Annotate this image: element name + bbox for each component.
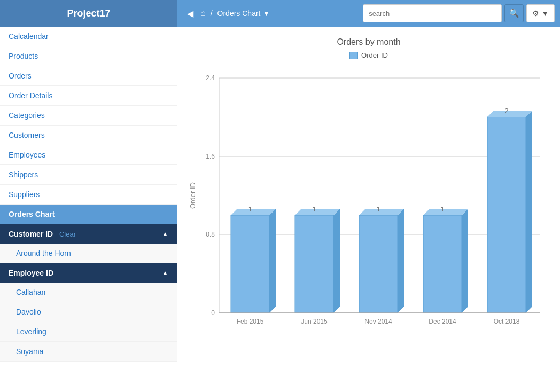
bar-feb-2015[interactable] [231,215,269,313]
chart-legend: Order ID [349,51,388,59]
settings-button[interactable]: ⚙ ▼ [526,4,555,22]
sidebar-subitem-around-the-horn[interactable]: Around the Horn [0,244,177,263]
main-layout: Calcalendar Products Orders Order Detail… [0,27,560,392]
employee-collapse-icon: ▲ [162,269,168,277]
customer-id-label: Customer ID Clear [9,230,76,238]
chart-content-area: Orders by month Order ID 0 0 [177,27,560,392]
svg-text:1: 1 [313,206,316,213]
breadcrumb-link[interactable]: Orders Chart ▼ [217,9,270,18]
bar-jun-2015-top [295,209,340,215]
bar-nov-2014[interactable] [359,215,398,313]
sidebar: Calcalendar Products Orders Order Detail… [0,27,177,392]
sidebar-item-suppliers[interactable]: Suppliers [0,185,177,205]
svg-text:2: 2 [505,107,509,115]
svg-text:Dec 2014: Dec 2014 [429,318,456,325]
sidebar-item-order-details[interactable]: Order Details [0,86,177,106]
breadcrumb-nav: ◀ ⌂ / Orders Chart ▼ [177,6,275,21]
sidebar-item-shippers[interactable]: Shippers [0,165,177,185]
app-title: Project17 [0,0,177,27]
bar-oct-2018[interactable] [487,117,526,313]
customer-id-section-header[interactable]: Customer ID Clear ▲ [0,224,177,244]
sidebar-item-products[interactable]: Products [0,46,177,66]
settings-dropdown-arrow: ▼ [541,9,549,18]
search-button[interactable]: 🔍 [504,4,524,22]
svg-text:Nov 2014: Nov 2014 [364,318,392,325]
sidebar-item-orders-chart[interactable]: Orders Chart [0,205,177,224]
sidebar-item-orders[interactable]: Orders [0,66,177,86]
bar-dec-2014[interactable] [423,215,462,313]
sidebar-item-calcalendar[interactable]: Calcalendar [0,27,177,46]
svg-text:0: 0 [211,309,215,317]
legend-color-box [349,52,358,59]
title-text: Project17 [67,8,110,19]
breadcrumb-text: Orders Chart [217,9,261,18]
sidebar-subitem-suyama[interactable]: Suyama [0,342,177,362]
chart-title: Orders by month [337,37,400,47]
svg-text:Jun 2015: Jun 2015 [301,318,328,325]
legend-label: Order ID [361,51,388,59]
bar-nov-2014-side [398,209,404,313]
home-icon[interactable]: ⌂ [200,9,206,18]
sidebar-item-employees[interactable]: Employees [0,145,177,165]
chevron-down-icon: ▼ [262,9,270,18]
bar-dec-2014-top [423,209,468,215]
bar-feb-2015-top [231,209,276,215]
bar-nov-2014-top [359,209,404,215]
bar-dec-2014-side [462,209,468,313]
bar-chart-svg: 0 0.8 1.6 2.4 Order ID [187,67,550,345]
svg-text:Oct 2018: Oct 2018 [494,318,520,325]
svg-text:1.6: 1.6 [206,153,215,160]
svg-text:1: 1 [441,206,445,213]
chart-svg-container: 0 0.8 1.6 2.4 Order ID [187,67,550,345]
sidebar-item-categories[interactable]: Categories [0,106,177,126]
bar-oct-2018-side [526,111,532,313]
search-input[interactable] [363,4,502,22]
sidebar-subitem-callahan[interactable]: Callahan [0,283,177,302]
sidebar-item-customers[interactable]: Customers [0,126,177,145]
gear-icon: ⚙ [532,9,539,18]
employee-id-section-header[interactable]: Employee ID ▲ [0,263,177,283]
nav-back-button[interactable]: ◀ [183,6,198,21]
breadcrumb-separator: / [211,9,213,18]
sidebar-subitem-leverling[interactable]: Leverling [0,322,177,342]
bar-jun-2015-side [333,209,340,313]
bar-jun-2015[interactable] [295,215,333,313]
customer-clear-button[interactable]: Clear [59,230,76,238]
svg-text:2.4: 2.4 [206,74,215,82]
svg-text:0.8: 0.8 [206,231,215,238]
header-search-area: 🔍 ⚙ ▼ [363,4,560,22]
customer-collapse-icon: ▲ [162,230,168,238]
svg-text:Feb 2015: Feb 2015 [237,318,264,325]
sidebar-subitem-davolio[interactable]: Davolio [0,302,177,322]
bar-feb-2015-side [269,209,276,313]
app-header: Project17 ◀ ⌂ / Orders Chart ▼ 🔍 ⚙ ▼ [0,0,560,27]
bar-oct-2018-top [487,111,532,117]
svg-text:1: 1 [248,206,252,213]
employee-id-label: Employee ID [9,269,53,277]
svg-text:1: 1 [377,206,380,213]
y-axis-label: Order ID [189,182,197,209]
